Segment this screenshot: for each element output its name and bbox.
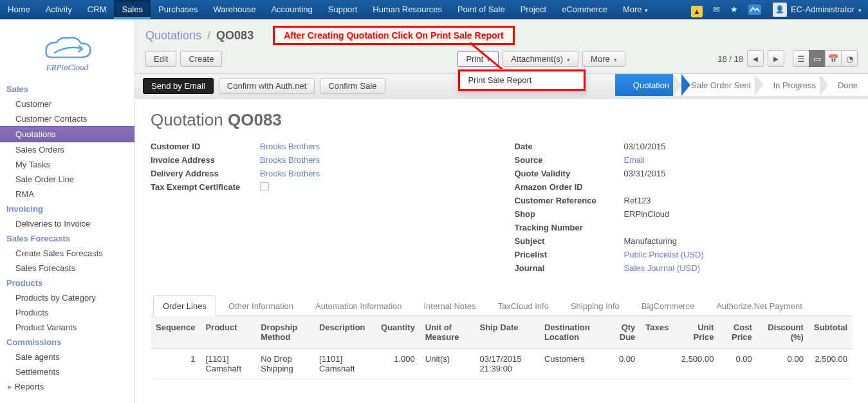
- cell-seq: 1: [151, 349, 200, 379]
- pager-next-button[interactable]: ►: [768, 50, 784, 67]
- sidebar-section-sales[interactable]: Sales: [0, 82, 134, 97]
- col-destination-location: Destination Location: [539, 316, 608, 349]
- cell-desc: [1101] Camshaft: [314, 349, 376, 379]
- stage-done[interactable]: Done: [820, 74, 868, 96]
- confirm-authnet-button[interactable]: Confirm with Auth.net: [219, 78, 315, 94]
- avatar-icon: 👤: [773, 3, 787, 17]
- sidebar-item-rma[interactable]: RMA: [0, 187, 134, 202]
- send-email-button[interactable]: Send by Email: [143, 78, 214, 94]
- customer-id-value[interactable]: Brooks Brothers: [260, 142, 320, 151]
- view-calendar-button[interactable]: 📅: [825, 50, 842, 67]
- breadcrumb-root[interactable]: Quotations: [145, 29, 201, 42]
- col-sequence: Sequence: [151, 316, 200, 349]
- source-value[interactable]: Email: [624, 155, 645, 165]
- breadcrumb: Quotations / QO083: [145, 29, 254, 42]
- nav-project[interactable]: Project: [513, 0, 554, 19]
- nav-purchases[interactable]: Purchases: [151, 0, 205, 19]
- tab-bigcommerce[interactable]: BigCommerce: [632, 295, 704, 316]
- nav-home[interactable]: Home: [0, 0, 38, 19]
- app-switcher-icon[interactable]: [743, 0, 766, 19]
- user-menu[interactable]: 👤 EC-Administrator: [766, 0, 868, 19]
- sidebar-item-settlements[interactable]: Settlements: [0, 364, 134, 379]
- page-title: Quotation QO083: [151, 110, 853, 130]
- star-icon[interactable]: ★: [725, 0, 743, 19]
- nav-ecommerce[interactable]: eCommerce: [554, 0, 615, 19]
- amazon-order-label: Amazon Order ID: [515, 182, 624, 192]
- confirm-sale-button[interactable]: Confirm Sale: [320, 78, 385, 94]
- view-switcher: ☰ ▭ 📅 ◔: [793, 50, 858, 67]
- tab-taxcloud-info[interactable]: TaxCloud Info: [488, 295, 559, 316]
- sidebar-section-commissions[interactable]: Commissions: [0, 335, 134, 350]
- tab-order-lines[interactable]: Order Lines: [153, 295, 216, 316]
- sidebar-item-sale-agents[interactable]: Sale agents: [0, 350, 134, 364]
- tab-automation-information[interactable]: Automation Information: [306, 295, 411, 316]
- col-product: Product: [200, 316, 255, 349]
- main-content: Quotations / QO083 After Creating Quotat…: [135, 19, 868, 403]
- form-left-col: Customer IDBrooks Brothers Invoice Addre…: [151, 142, 489, 277]
- delivery-address-value[interactable]: Brooks Brothers: [260, 169, 320, 178]
- view-form-button[interactable]: ▭: [809, 50, 826, 67]
- order-lines-table: SequenceProductDropship MethodDescriptio…: [151, 316, 853, 379]
- sidebar-item-reports[interactable]: ▸ Reports: [0, 379, 134, 394]
- nav-pos[interactable]: Point of Sale: [450, 0, 513, 19]
- sidebar-section-sales-forecasts[interactable]: Sales Forecasts: [0, 231, 134, 246]
- nav-accounting[interactable]: Accounting: [263, 0, 320, 19]
- sidebar-item-sale-order-line[interactable]: Sale Order Line: [0, 172, 134, 187]
- nav-warehouse[interactable]: Warehouse: [205, 0, 263, 19]
- nav-support[interactable]: Support: [320, 0, 365, 19]
- tracking-label: Tracking Number: [515, 223, 624, 232]
- sidebar-item-sales-forecasts[interactable]: Sales Forecasts: [0, 261, 134, 276]
- print-sale-report-item[interactable]: Print Sale Report: [458, 70, 586, 91]
- table-row[interactable]: 1[1101] CamshaftNo Drop Shipping[1101] C…: [151, 349, 853, 379]
- view-graph-button[interactable]: ◔: [841, 50, 858, 67]
- date-value: 03/10/2015: [624, 142, 666, 151]
- more-button[interactable]: More: [582, 51, 625, 67]
- sidebar-item-products-by-category[interactable]: Products by Category: [0, 290, 134, 305]
- form-right-col: Date03/10/2015 SourceEmail Quote Validit…: [515, 142, 853, 277]
- print-button[interactable]: Print: [457, 51, 499, 67]
- view-list-button[interactable]: ☰: [793, 50, 809, 67]
- journal-label: Journal: [515, 263, 624, 273]
- create-button[interactable]: Create: [180, 51, 222, 67]
- journal-value[interactable]: Sales Journal (USD): [624, 263, 701, 273]
- nav-more[interactable]: More: [615, 0, 656, 19]
- subject-label: Subject: [515, 236, 624, 246]
- col-description: Description: [314, 316, 376, 349]
- tab-other-information[interactable]: Other Information: [219, 295, 303, 316]
- invoice-address-value[interactable]: Brooks Brothers: [260, 155, 320, 165]
- top-nav: Home Activity CRM Sales Purchases Wareho…: [0, 0, 868, 19]
- print-dropdown: Print Sale Report: [457, 69, 586, 91]
- shop-value: ERPinCloud: [624, 209, 670, 219]
- sidebar-item-products[interactable]: Products: [0, 305, 134, 320]
- pricelist-value[interactable]: Public Pricelist (USD): [624, 250, 704, 259]
- sidebar-section-invoicing[interactable]: Invoicing: [0, 202, 134, 216]
- col-qty-due: Qty Due: [608, 316, 640, 349]
- nav-crm[interactable]: CRM: [80, 0, 115, 19]
- sidebar-item-product-variants[interactable]: Product Variants: [0, 320, 134, 335]
- nav-activity[interactable]: Activity: [38, 0, 80, 19]
- tab-shipping-info[interactable]: Shipping Info: [561, 295, 629, 316]
- sidebar-item-my-tasks[interactable]: My Tasks: [0, 157, 134, 172]
- messages-icon[interactable]: ✉: [708, 0, 725, 19]
- nav-sales[interactable]: Sales: [114, 0, 151, 19]
- sidebar-item-deliveries-to-invoice[interactable]: Deliveries to Invoice: [0, 216, 134, 231]
- nav-hr[interactable]: Human Resources: [365, 0, 450, 19]
- customer-ref-label: Customer Reference: [515, 196, 624, 205]
- tab-internal-notes[interactable]: Internal Notes: [414, 295, 485, 316]
- sidebar-item-customer[interactable]: Customer: [0, 97, 134, 111]
- cell-ship: 03/17/2015 21:39:00: [474, 349, 539, 379]
- warning-icon[interactable]: ▲: [686, 0, 708, 19]
- sidebar-item-sales-orders[interactable]: Sales Orders: [0, 142, 134, 157]
- stage-quotation[interactable]: Quotation: [615, 74, 682, 96]
- attachments-button[interactable]: Attachment(s): [503, 51, 578, 67]
- tax-exempt-label: Tax Exempt Certificate: [151, 182, 260, 193]
- sidebar-section-products[interactable]: Products: [0, 276, 134, 290]
- tax-exempt-checkbox[interactable]: [260, 182, 269, 191]
- action-bar: Edit Create Print Print Sale Report Atta…: [135, 50, 868, 73]
- sidebar-item-quotations[interactable]: Quotations: [0, 126, 134, 142]
- tab-authorize-net-payment[interactable]: Authorize.Net Payment: [706, 295, 812, 316]
- edit-button[interactable]: Edit: [145, 51, 176, 67]
- sidebar-item-customer-contacts[interactable]: Customer Contacts: [0, 111, 134, 126]
- pager-prev-button[interactable]: ◄: [747, 50, 764, 67]
- sidebar-item-create-sales-forecasts[interactable]: Create Sales Forecasts: [0, 246, 134, 261]
